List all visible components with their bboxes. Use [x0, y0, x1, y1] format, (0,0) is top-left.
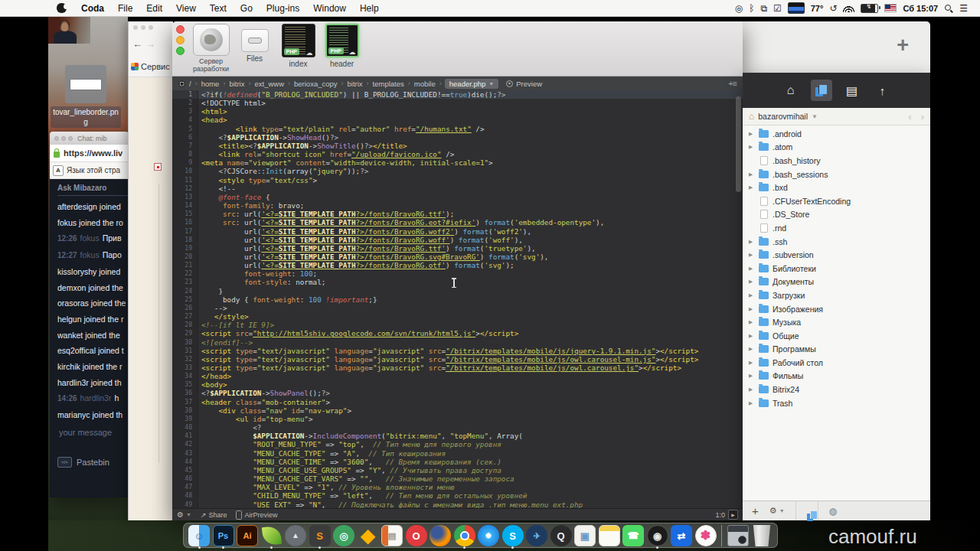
code-line-1[interactable]: 1<?if(!defined("B_PROLOG_INCLUDED") || B… [172, 90, 743, 99]
window-zoom-icon[interactable] [68, 136, 73, 141]
file-row-Bitrix24[interactable]: ▶Bitrix24 [743, 383, 930, 396]
code-line-18[interactable]: 18 url('<?=SITE_TEMPLATE_PATH?>/fonts/Br… [172, 236, 743, 244]
disclosure-icon[interactable]: ▶ [749, 306, 755, 312]
nav-back-icon[interactable]: ‹ [908, 111, 911, 122]
file-row-.bash_history[interactable]: .bash_history [743, 154, 930, 168]
file-row-Рабочий стол[interactable]: ▶Рабочий стол [743, 356, 930, 370]
disclosure-icon[interactable]: ▶ [749, 266, 755, 272]
code-line-44[interactable]: 44 "MENU_CACHE_TIME" => "3600", // Время… [172, 458, 743, 466]
toolbar-item-server[interactable]: Сервер разработки [189, 24, 233, 73]
dock-icon-notebook[interactable]: ▤ [381, 525, 403, 546]
dock-icon-skype[interactable]: S [502, 525, 524, 546]
code-line-22[interactable]: 22 font-weight: 100; [172, 269, 743, 278]
window-control-dot[interactable] [149, 25, 153, 30]
dock-icon-notes[interactable] [599, 525, 620, 546]
code-line-42[interactable]: 42 "ROOT_MENU_TYPE" => "top", // Тип мен… [172, 440, 743, 448]
window-minimize-icon[interactable] [61, 136, 66, 141]
desktop-file[interactable]: tovar_lineborder.png [65, 65, 121, 128]
disclosure-icon[interactable]: ▶ [749, 131, 755, 137]
menu-go[interactable]: Go [234, 0, 260, 17]
code-line-19[interactable]: 19 url('<?=SITE_TEMPLATE_PATH?>/fonts/Br… [172, 244, 743, 253]
breadcrumb-item[interactable]: mobile [413, 80, 436, 88]
code-line-35[interactable]: 35<body> [172, 380, 743, 389]
code-line-43[interactable]: 43 "MENU_CACHE_TYPE" => "A", // Тип кеши… [172, 449, 743, 458]
file-row-Программы[interactable]: ▶Программы [743, 343, 930, 357]
code-line-45[interactable]: 45 "MENU_CACHE_USE_GROUPS" => "Y", // Уч… [172, 466, 743, 474]
breadcrumb-item[interactable]: home [201, 80, 220, 88]
chat-url-bar[interactable]: https://www.liv [50, 145, 129, 162]
site-target-icon[interactable] [178, 80, 185, 87]
dock-icon-obs[interactable]: ◉ [647, 525, 668, 546]
code-line-31[interactable]: 31<script type="text/javascript" languag… [172, 347, 743, 355]
dock-icon-safari[interactable]: ✦ [478, 525, 499, 546]
file-row-.subversion[interactable]: ▶.subversion [743, 248, 930, 262]
code-line-6[interactable]: 6 <?$APPLICATION->ShowHead()?> [172, 133, 743, 142]
disclosure-icon[interactable]: ▶ [749, 252, 755, 258]
menu-window[interactable]: Window [306, 0, 353, 17]
dock-icon-finder[interactable]: ☺ [188, 525, 210, 546]
header-tab-thumbnail[interactable]: PHP ☁ [325, 24, 359, 57]
spotlight-icon[interactable] [944, 4, 953, 13]
window-control-dot[interactable] [141, 25, 145, 30]
menu-edit[interactable]: Edit [139, 0, 169, 17]
window-controls[interactable] [133, 25, 153, 30]
new-tab-button[interactable]: + [897, 34, 909, 57]
code-line-26[interactable]: 26 --> [172, 304, 743, 312]
dock-icon-facetime[interactable]: ☎ [622, 525, 644, 546]
code-line-27[interactable]: 27 </style> [172, 312, 743, 321]
code-line-21[interactable]: 21 url('<?=SITE_TEMPLATE_PATH?>/fonts/Br… [172, 261, 743, 269]
code-line-15[interactable]: 15 src: url('<?=SITE_TEMPLATE_PATH?>/fon… [172, 210, 743, 218]
disclosure-icon[interactable]: ▶ [749, 279, 755, 285]
display-mirroring-icon[interactable]: ⧉ [760, 3, 767, 14]
file-actions-menu[interactable]: ⚙ ▼ [769, 506, 785, 516]
dock-icon-atom[interactable]: ◎ [333, 525, 354, 546]
dock-icon-launchpad[interactable]: ▲ [285, 525, 306, 546]
airpreview-button[interactable]: AirPreview [236, 510, 277, 520]
input-language-flag[interactable] [884, 4, 897, 12]
disclosure-icon[interactable]: ▶ [749, 360, 755, 366]
code-line-23[interactable]: 23 font-style: normal; [172, 278, 743, 286]
pastebin-button[interactable]: Pastebin [57, 457, 129, 468]
disclosure-icon[interactable]: ▶ [749, 333, 755, 339]
home-icon[interactable]: ⌂ [780, 80, 802, 101]
code-line-14[interactable]: 14 font-family: bravo; [172, 201, 743, 210]
disclosure-icon[interactable]: ▶ [749, 171, 755, 178]
file-row-.CFUserTextEncoding[interactable]: .CFUserTextEncoding [743, 194, 930, 208]
dock-icon-screenshot-thumb[interactable] [727, 525, 749, 546]
close-button[interactable] [176, 25, 185, 34]
dock-icon-sketch[interactable]: ◆ [358, 525, 379, 546]
document-list-icon[interactable]: ▤ [841, 80, 863, 101]
dock-icon-photos[interactable]: ✽ [695, 525, 717, 546]
tab-header-active[interactable]: PHP ☁ header [320, 24, 364, 68]
split-add-icon[interactable] [728, 79, 737, 88]
menu-coda[interactable]: Coda [74, 0, 111, 17]
window-control-dot[interactable] [133, 25, 138, 30]
file-row-.atom[interactable]: ▶.atom [743, 141, 930, 155]
zoom-button[interactable] [176, 47, 185, 55]
bluetooth-icon[interactable]: ᛒ [749, 3, 754, 14]
weather-widget[interactable] [788, 2, 805, 14]
dock-icon-opera[interactable]: O [406, 525, 427, 546]
file-row-.android[interactable]: ▶.android [743, 127, 930, 141]
disclosure-icon[interactable]: ▶ [749, 346, 755, 352]
code-line-37[interactable]: 37<header class="mob-container"> [172, 398, 743, 406]
upload-arrow-icon[interactable]: ↑ [872, 80, 893, 101]
code-line-11[interactable]: 11 <style type="text/css"> [172, 176, 743, 184]
code-line-24[interactable]: 24 } [172, 287, 743, 295]
menu-file[interactable]: File [111, 0, 139, 17]
file-row-Музыка[interactable]: ▶Музыка [743, 315, 930, 329]
run-button[interactable] [728, 510, 738, 520]
chat-titlebar[interactable]: Chat: mib [50, 132, 129, 145]
dev-server-button[interactable] [193, 24, 230, 56]
root-folder-name[interactable]: bazarovmihail [758, 112, 808, 121]
code-line-4[interactable]: 4<head> [172, 116, 743, 124]
code-line-8[interactable]: 8 <link rel="shortcut icon" href="/uploa… [172, 150, 743, 158]
apple-menu-icon[interactable] [57, 3, 67, 13]
file-row-Trash[interactable]: ▶Trash [743, 396, 930, 410]
menu-help[interactable]: Help [353, 0, 386, 17]
disclosure-icon[interactable]: ▶ [749, 319, 755, 325]
minimize-button[interactable] [176, 36, 185, 44]
code-line-34[interactable]: 34</head> [172, 372, 743, 380]
breadcrumb-item[interactable]: berioxa_copy [293, 80, 338, 88]
file-row-.bash_sessions[interactable]: ▶.bash_sessions [743, 168, 930, 181]
